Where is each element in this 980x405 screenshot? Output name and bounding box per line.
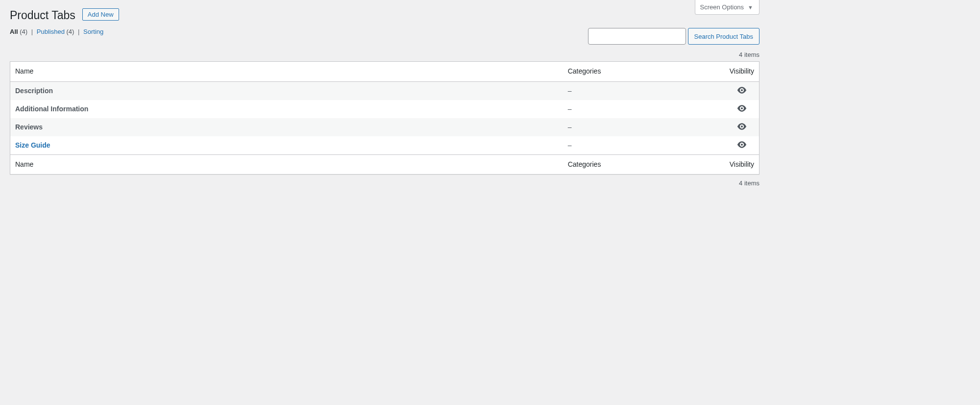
add-new-button[interactable]: Add New xyxy=(82,8,119,21)
row-title[interactable]: Additional Information xyxy=(15,105,88,113)
table-row: Description– xyxy=(10,82,759,100)
eye-icon xyxy=(737,141,747,148)
column-footer-visibility: Visibility xyxy=(725,154,759,175)
row-categories: – xyxy=(563,82,725,100)
table-row: Size Guide– xyxy=(10,136,759,154)
product-tabs-table: Name Categories Visibility Description–A… xyxy=(10,61,760,175)
table-row: Additional Information– xyxy=(10,100,759,118)
eye-icon xyxy=(737,105,747,112)
svg-point-1 xyxy=(741,107,743,109)
row-categories: – xyxy=(563,136,725,154)
search-input[interactable] xyxy=(588,28,686,45)
row-categories: – xyxy=(563,118,725,136)
page-title: Product Tabs xyxy=(10,4,75,24)
row-title[interactable]: Reviews xyxy=(15,123,43,131)
row-visibility xyxy=(725,82,759,100)
search-box: Search Product Tabs xyxy=(588,28,760,45)
column-footer-categories: Categories xyxy=(563,154,725,175)
svg-point-2 xyxy=(741,126,743,127)
filter-sorting[interactable]: Sorting xyxy=(83,28,103,35)
eye-icon xyxy=(737,87,747,94)
row-title[interactable]: Size Guide xyxy=(15,141,50,149)
screen-options-label: Screen Options xyxy=(700,3,744,11)
column-header-name[interactable]: Name xyxy=(10,62,563,82)
items-count-bottom: 4 items xyxy=(10,179,760,187)
row-title[interactable]: Description xyxy=(15,87,53,95)
screen-options-toggle[interactable]: Screen Options ▼ xyxy=(695,0,760,15)
row-visibility xyxy=(725,118,759,136)
row-categories: – xyxy=(563,100,725,118)
search-button[interactable]: Search Product Tabs xyxy=(688,28,760,45)
row-visibility xyxy=(725,136,759,154)
eye-icon xyxy=(737,123,747,130)
column-header-visibility[interactable]: Visibility xyxy=(725,62,759,82)
svg-point-0 xyxy=(741,89,743,91)
row-visibility xyxy=(725,100,759,118)
filter-all[interactable]: All (4) xyxy=(10,28,29,35)
column-footer-name: Name xyxy=(10,154,563,175)
svg-point-3 xyxy=(741,144,743,146)
column-header-categories[interactable]: Categories xyxy=(563,62,725,82)
filter-published[interactable]: Published (4) xyxy=(37,28,76,35)
table-row: Reviews– xyxy=(10,118,759,136)
chevron-down-icon: ▼ xyxy=(748,4,753,10)
items-count-top: 4 items xyxy=(10,51,760,58)
